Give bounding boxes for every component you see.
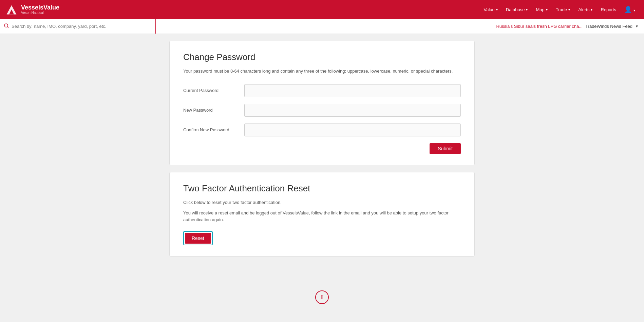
scroll-top-area: ⇧	[0, 284, 644, 311]
current-password-row: Current Password	[183, 84, 461, 97]
logo-text: VesselsValue Veson Nautical	[21, 4, 59, 15]
search-bar: Russia's Sibur seals fresh LPG carrier c…	[0, 19, 644, 34]
submit-row: Submit	[183, 143, 461, 154]
brand-name: VesselsValue	[21, 4, 59, 11]
chevron-down-icon: ▾	[496, 8, 498, 12]
tfa-description: Click below to reset your two factor aut…	[183, 199, 461, 206]
user-icon: 👤	[624, 6, 632, 13]
nav-item-map[interactable]: Map ▾	[532, 5, 551, 14]
nav-user-menu[interactable]: 👤 ▾	[621, 4, 639, 15]
svg-line-3	[7, 27, 8, 28]
news-feed-chevron[interactable]: ▼	[635, 24, 639, 28]
chevron-down-icon: ▾	[633, 8, 635, 12]
tfa-note: You will receive a reset email and be lo…	[183, 210, 461, 223]
change-password-description: Your password must be 8-64 characters lo…	[183, 68, 461, 75]
new-password-row: New Password	[183, 104, 461, 117]
nav-item-database[interactable]: Database ▾	[503, 5, 531, 14]
nav-item-reports[interactable]: Reports	[597, 5, 620, 14]
confirm-password-row: Confirm New Password	[183, 124, 461, 136]
tfa-card: Two Factor Authentication Reset Click be…	[169, 172, 475, 257]
chevron-up-icon: ⇧	[320, 293, 325, 301]
nav-links: Value ▾ Database ▾ Map ▾ Trade ▾ Alerts …	[480, 4, 639, 15]
brand-sub: Veson Nautical	[21, 11, 59, 15]
nav-item-trade[interactable]: Trade ▾	[552, 5, 573, 14]
chevron-down-icon: ▾	[591, 8, 592, 12]
new-password-label: New Password	[183, 108, 244, 113]
change-password-card: Change Password Your password must be 8-…	[169, 41, 475, 165]
logo-icon	[5, 3, 18, 16]
scroll-to-top-button[interactable]: ⇧	[315, 290, 329, 304]
logo[interactable]: VesselsValue Veson Nautical	[5, 3, 59, 16]
reset-button-wrap: Reset	[183, 231, 213, 245]
confirm-password-label: Confirm New Password	[183, 127, 244, 132]
nav-item-value[interactable]: Value ▾	[480, 5, 501, 14]
submit-button[interactable]: Submit	[430, 143, 461, 154]
new-password-input[interactable]	[244, 104, 461, 117]
news-article-link[interactable]: Russia's Sibur seals fresh LPG carrier c…	[496, 24, 583, 29]
current-password-input[interactable]	[244, 84, 461, 97]
main-content: Change Password Your password must be 8-…	[169, 34, 475, 284]
search-icon	[4, 23, 9, 29]
nav-item-alerts[interactable]: Alerts ▾	[575, 5, 596, 14]
reset-button[interactable]: Reset	[185, 233, 211, 244]
svg-point-2	[4, 24, 8, 27]
chevron-down-icon: ▾	[526, 8, 528, 12]
news-feed-area: Russia's Sibur seals fresh LPG carrier c…	[156, 24, 644, 29]
search-input[interactable]	[12, 24, 151, 29]
search-wrap	[0, 19, 156, 34]
navbar: VesselsValue Veson Nautical Value ▾ Data…	[0, 0, 644, 19]
news-feed-label: TradeWinds News Feed	[585, 24, 632, 29]
chevron-down-icon: ▾	[546, 8, 548, 12]
tfa-title: Two Factor Authentication Reset	[183, 183, 461, 194]
change-password-title: Change Password	[183, 52, 461, 62]
chevron-down-icon: ▾	[568, 8, 570, 12]
current-password-label: Current Password	[183, 88, 244, 93]
confirm-password-input[interactable]	[244, 124, 461, 136]
